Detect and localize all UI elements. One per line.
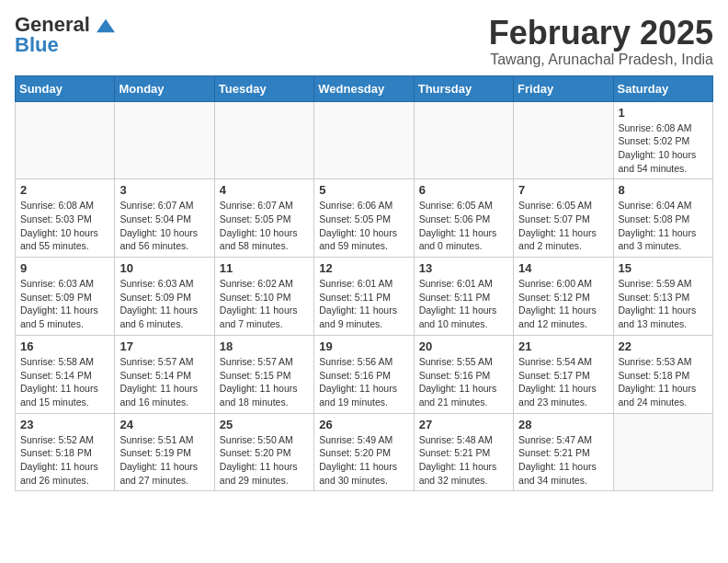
logo-icon: [97, 18, 115, 33]
day-info: Sunrise: 5:54 AM Sunset: 5:17 PM Dayligh…: [518, 355, 608, 409]
day-info: Sunrise: 5:58 AM Sunset: 5:14 PM Dayligh…: [20, 355, 109, 409]
calendar-week-row: 2Sunrise: 6:08 AM Sunset: 5:03 PM Daylig…: [16, 179, 713, 258]
day-info: Sunrise: 6:01 AM Sunset: 5:11 PM Dayligh…: [419, 277, 508, 331]
location: Tawang, Arunachal Pradesh, India: [489, 52, 713, 68]
logo-blue-text: Blue: [15, 33, 59, 56]
day-info: Sunrise: 5:55 AM Sunset: 5:16 PM Dayligh…: [419, 355, 508, 409]
calendar-cell: 21Sunrise: 5:54 AM Sunset: 5:17 PM Dayli…: [514, 335, 613, 413]
day-info: Sunrise: 5:52 AM Sunset: 5:18 PM Dayligh…: [20, 433, 109, 488]
calendar-cell: 2Sunrise: 6:08 AM Sunset: 5:03 PM Daylig…: [16, 179, 115, 258]
calendar-cell: 5Sunrise: 6:06 AM Sunset: 5:05 PM Daylig…: [314, 179, 414, 258]
day-number: 12: [319, 261, 408, 275]
day-info: Sunrise: 5:59 AM Sunset: 5:13 PM Dayligh…: [619, 277, 708, 331]
day-number: 22: [619, 339, 708, 353]
day-info: Sunrise: 6:05 AM Sunset: 5:07 PM Dayligh…: [518, 199, 608, 253]
svg-marker-0: [97, 19, 115, 33]
day-info: Sunrise: 6:03 AM Sunset: 5:09 PM Dayligh…: [20, 277, 109, 331]
day-info: Sunrise: 5:56 AM Sunset: 5:16 PM Dayligh…: [319, 355, 408, 409]
day-number: 21: [518, 339, 608, 353]
title-area: February 2025 Tawang, Arunachal Pradesh,…: [489, 15, 713, 68]
calendar-table: SundayMondayTuesdayWednesdayThursdayFrid…: [15, 75, 713, 492]
day-info: Sunrise: 6:07 AM Sunset: 5:04 PM Dayligh…: [119, 199, 209, 253]
calendar-week-row: 1Sunrise: 6:08 AM Sunset: 5:02 PM Daylig…: [16, 101, 713, 179]
calendar-cell: 22Sunrise: 5:53 AM Sunset: 5:18 PM Dayli…: [613, 335, 712, 413]
day-number: 28: [518, 418, 608, 431]
day-number: 7: [518, 183, 608, 197]
day-info: Sunrise: 6:04 AM Sunset: 5:08 PM Dayligh…: [619, 199, 708, 253]
day-info: Sunrise: 6:07 AM Sunset: 5:05 PM Dayligh…: [220, 199, 309, 253]
day-number: 24: [119, 418, 209, 431]
month-title: February 2025: [489, 15, 713, 52]
day-info: Sunrise: 5:57 AM Sunset: 5:14 PM Dayligh…: [119, 355, 209, 409]
day-info: Sunrise: 6:03 AM Sunset: 5:09 PM Dayligh…: [119, 277, 209, 331]
day-number: 20: [419, 339, 508, 353]
calendar-cell: 18Sunrise: 5:57 AM Sunset: 5:15 PM Dayli…: [214, 335, 313, 413]
calendar-cell: 11Sunrise: 6:02 AM Sunset: 5:10 PM Dayli…: [214, 258, 313, 336]
calendar-cell: 9Sunrise: 6:03 AM Sunset: 5:09 PM Daylig…: [16, 258, 115, 336]
day-number: 15: [619, 261, 708, 275]
day-info: Sunrise: 6:01 AM Sunset: 5:11 PM Dayligh…: [319, 277, 408, 331]
calendar-cell: 24Sunrise: 5:51 AM Sunset: 5:19 PM Dayli…: [115, 413, 214, 491]
day-info: Sunrise: 5:50 AM Sunset: 5:20 PM Dayligh…: [220, 433, 309, 488]
day-info: Sunrise: 5:51 AM Sunset: 5:19 PM Dayligh…: [119, 433, 209, 488]
day-number: 4: [220, 183, 309, 197]
calendar-cell: 14Sunrise: 6:00 AM Sunset: 5:12 PM Dayli…: [514, 258, 613, 336]
weekday-header: Friday: [514, 75, 613, 101]
weekday-header-row: SundayMondayTuesdayWednesdayThursdayFrid…: [16, 75, 713, 101]
calendar-cell: [214, 101, 313, 179]
day-info: Sunrise: 5:57 AM Sunset: 5:15 PM Dayligh…: [220, 355, 309, 409]
day-number: 3: [119, 183, 209, 197]
calendar-cell: 20Sunrise: 5:55 AM Sunset: 5:16 PM Dayli…: [414, 335, 513, 413]
weekday-header: Tuesday: [214, 75, 313, 101]
day-number: 1: [619, 106, 708, 120]
calendar-cell: 7Sunrise: 6:05 AM Sunset: 5:07 PM Daylig…: [514, 179, 613, 258]
day-number: 19: [319, 339, 408, 353]
calendar-cell: 3Sunrise: 6:07 AM Sunset: 5:04 PM Daylig…: [115, 179, 214, 258]
calendar-cell: [16, 101, 115, 179]
calendar-cell: 25Sunrise: 5:50 AM Sunset: 5:20 PM Dayli…: [214, 413, 313, 491]
calendar-cell: 4Sunrise: 6:07 AM Sunset: 5:05 PM Daylig…: [214, 179, 313, 258]
weekday-header: Monday: [115, 75, 214, 101]
day-info: Sunrise: 5:53 AM Sunset: 5:18 PM Dayligh…: [619, 355, 708, 409]
calendar-cell: [115, 101, 214, 179]
day-number: 26: [319, 418, 408, 431]
day-info: Sunrise: 5:48 AM Sunset: 5:21 PM Dayligh…: [419, 433, 508, 488]
calendar-cell: [414, 101, 513, 179]
day-number: 27: [419, 418, 508, 431]
weekday-header: Wednesday: [314, 75, 414, 101]
calendar-cell: 13Sunrise: 6:01 AM Sunset: 5:11 PM Dayli…: [414, 258, 513, 336]
day-info: Sunrise: 5:49 AM Sunset: 5:20 PM Dayligh…: [319, 433, 408, 488]
calendar-cell: 23Sunrise: 5:52 AM Sunset: 5:18 PM Dayli…: [16, 413, 115, 491]
calendar-cell: 1Sunrise: 6:08 AM Sunset: 5:02 PM Daylig…: [613, 101, 712, 179]
day-info: Sunrise: 6:08 AM Sunset: 5:02 PM Dayligh…: [619, 121, 708, 176]
day-info: Sunrise: 6:02 AM Sunset: 5:10 PM Dayligh…: [220, 277, 309, 331]
calendar-cell: 16Sunrise: 5:58 AM Sunset: 5:14 PM Dayli…: [16, 335, 115, 413]
calendar-cell: 12Sunrise: 6:01 AM Sunset: 5:11 PM Dayli…: [314, 258, 414, 336]
day-number: 5: [319, 183, 408, 197]
calendar-week-row: 16Sunrise: 5:58 AM Sunset: 5:14 PM Dayli…: [16, 335, 713, 413]
day-number: 10: [119, 261, 209, 275]
day-number: 14: [518, 261, 608, 275]
calendar-cell: 8Sunrise: 6:04 AM Sunset: 5:08 PM Daylig…: [613, 179, 712, 258]
day-number: 13: [419, 261, 508, 275]
day-number: 8: [619, 183, 708, 197]
calendar-cell: 17Sunrise: 5:57 AM Sunset: 5:14 PM Dayli…: [115, 335, 214, 413]
calendar-cell: 28Sunrise: 5:47 AM Sunset: 5:21 PM Dayli…: [514, 413, 613, 491]
calendar-cell: 15Sunrise: 5:59 AM Sunset: 5:13 PM Dayli…: [613, 258, 712, 336]
day-info: Sunrise: 6:06 AM Sunset: 5:05 PM Dayligh…: [319, 199, 408, 253]
page-header: General Blue February 2025 Tawang, Aruna…: [15, 15, 713, 68]
day-number: 6: [419, 183, 508, 197]
logo-text: General: [15, 15, 116, 35]
day-info: Sunrise: 6:05 AM Sunset: 5:06 PM Dayligh…: [419, 199, 508, 253]
calendar-cell: 10Sunrise: 6:03 AM Sunset: 5:09 PM Dayli…: [115, 258, 214, 336]
day-number: 9: [20, 261, 109, 275]
calendar-cell: 26Sunrise: 5:49 AM Sunset: 5:20 PM Dayli…: [314, 413, 414, 491]
day-number: 17: [119, 339, 209, 353]
day-number: 16: [20, 339, 109, 353]
calendar-cell: 6Sunrise: 6:05 AM Sunset: 5:06 PM Daylig…: [414, 179, 513, 258]
calendar-week-row: 23Sunrise: 5:52 AM Sunset: 5:18 PM Dayli…: [16, 413, 713, 491]
calendar-cell: 19Sunrise: 5:56 AM Sunset: 5:16 PM Dayli…: [314, 335, 414, 413]
logo: General Blue: [15, 15, 116, 55]
day-info: Sunrise: 6:00 AM Sunset: 5:12 PM Dayligh…: [518, 277, 608, 331]
day-info: Sunrise: 5:47 AM Sunset: 5:21 PM Dayligh…: [518, 433, 608, 488]
